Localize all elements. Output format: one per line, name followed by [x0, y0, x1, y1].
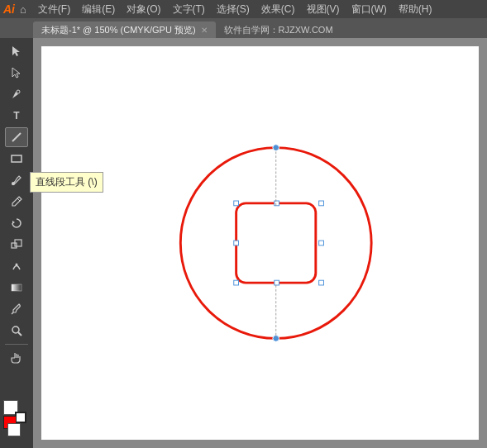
svg-rect-4: [12, 155, 21, 162]
menu-text[interactable]: 文字(T): [168, 1, 210, 18]
rectangle-tool[interactable]: [5, 149, 28, 169]
handle-bl[interactable]: [234, 280, 239, 285]
svg-rect-8: [12, 243, 17, 248]
left-toolbar: T 直线段工具 (\): [0, 38, 33, 448]
menu-help[interactable]: 帮助(H): [394, 1, 437, 18]
foreground-background-colors: [3, 416, 17, 443]
stroke-swatch[interactable]: [15, 412, 26, 423]
home-icon[interactable]: ⌂: [20, 3, 26, 16]
paintbrush-tool[interactable]: [5, 170, 28, 190]
handle-tr[interactable]: [319, 201, 324, 206]
svg-point-10: [16, 264, 18, 266]
handle-ml[interactable]: [234, 241, 239, 245]
tab-website: 软件自学网：RJZXW.COM: [216, 21, 341, 38]
eyedropper-tool[interactable]: [5, 299, 28, 319]
handle-br[interactable]: [319, 280, 324, 285]
tab-label: 未标题-1* @ 150% (CMYK/GPU 预览): [41, 24, 196, 36]
svg-line-14: [18, 332, 21, 336]
menu-effect[interactable]: 效果(C): [256, 1, 300, 18]
gradient-tool[interactable]: [5, 278, 28, 298]
svg-point-13: [12, 326, 19, 333]
svg-line-12: [12, 312, 13, 314]
line-segment-tool[interactable]: [5, 127, 28, 147]
menu-select[interactable]: 选择(S): [212, 1, 255, 18]
tab-bar: 未标题-1* @ 150% (CMYK/GPU 预览) ✕ 软件自学网：RJZX…: [0, 18, 487, 38]
svg-point-5: [12, 182, 15, 185]
artwork-svg: [41, 46, 479, 440]
menu-window[interactable]: 窗口(W): [346, 1, 392, 18]
handle-tc[interactable]: [275, 201, 279, 206]
type-tool[interactable]: T: [5, 106, 28, 126]
tab-close-button[interactable]: ✕: [201, 26, 208, 35]
menu-view[interactable]: 视图(V): [302, 1, 345, 18]
menu-file[interactable]: 文件(F): [33, 1, 75, 18]
menu-object[interactable]: 对象(O): [122, 1, 165, 18]
app-logo: Ai: [3, 2, 15, 16]
inner-rect[interactable]: [236, 203, 316, 283]
svg-line-3: [12, 133, 21, 141]
menu-edit[interactable]: 编辑(E): [77, 1, 120, 18]
zoom-tool[interactable]: [5, 321, 28, 341]
svg-marker-1: [12, 68, 20, 78]
rotate-tool[interactable]: [5, 213, 28, 233]
warp-tool[interactable]: [5, 256, 28, 276]
svg-point-2: [17, 90, 20, 93]
scale-tool[interactable]: [5, 235, 28, 255]
pen-tool[interactable]: [5, 84, 28, 104]
svg-marker-7: [12, 221, 15, 224]
svg-marker-0: [12, 46, 20, 56]
selection-tool[interactable]: [5, 41, 28, 61]
handle-mr[interactable]: [319, 241, 324, 245]
pencil-tool[interactable]: [5, 192, 28, 212]
background-color[interactable]: [7, 423, 21, 436]
svg-line-6: [17, 198, 20, 201]
direct-selection-tool[interactable]: [5, 63, 28, 83]
hand-tool[interactable]: [5, 348, 28, 368]
svg-rect-11: [12, 284, 21, 291]
canvas-surface: [41, 46, 479, 440]
handle-tl[interactable]: [234, 201, 239, 206]
menu-bar: Ai ⌂ 文件(F) 编辑(E) 对象(O) 文字(T) 选择(S) 效果(C)…: [0, 0, 487, 18]
handle-bc[interactable]: [275, 280, 279, 285]
main-layout: T 直线段工具 (\): [0, 38, 487, 448]
canvas-area[interactable]: [33, 38, 487, 448]
toolbar-divider: [5, 344, 28, 345]
document-tab[interactable]: 未标题-1* @ 150% (CMYK/GPU 预览) ✕: [33, 21, 216, 38]
